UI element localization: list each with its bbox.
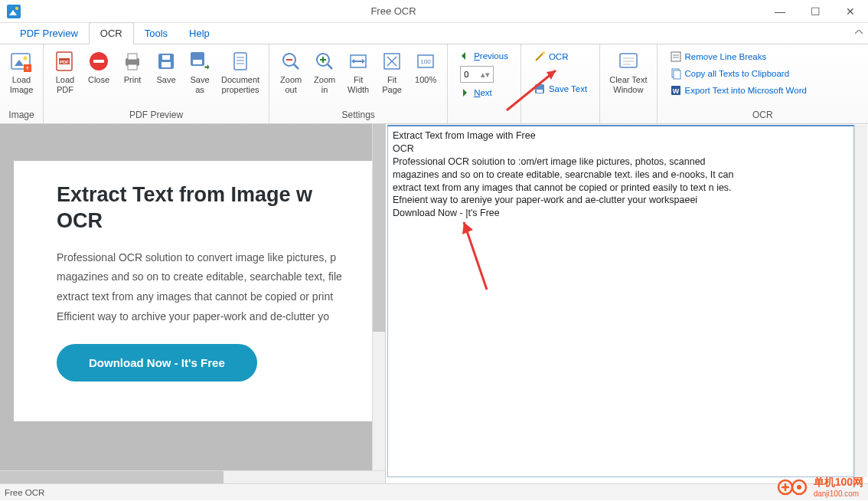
copy-all-texts-button[interactable]: Copy all Texts to Clipboard: [667, 66, 859, 81]
svg-line-29: [328, 64, 332, 69]
load-pdf-button[interactable]: PDF Load PDF: [48, 47, 82, 97]
ocr-output-text[interactable]: Extract Text from Image with Free OCR Pr…: [387, 125, 854, 477]
app-icon: [3, 1, 24, 22]
tab-help[interactable]: Help: [178, 23, 220, 44]
svg-rect-18: [162, 55, 170, 60]
titlebar: Free OCR — ☐ ✕: [0, 0, 868, 23]
zoom-100-icon: 100: [413, 49, 438, 74]
zoom-out-icon: [279, 49, 303, 74]
clear-text-icon: [616, 49, 641, 74]
main-split: Extract Text from Image wOCR Professiona…: [0, 124, 868, 483]
next-button[interactable]: Next: [457, 86, 511, 100]
tab-tools[interactable]: Tools: [134, 23, 178, 44]
svg-marker-35: [362, 59, 365, 64]
ocr-vscrollbar[interactable]: [854, 125, 867, 477]
previous-button[interactable]: Previous: [457, 49, 511, 63]
print-icon: [120, 49, 145, 74]
status-text: Free OCR: [5, 488, 44, 497]
svg-line-26: [294, 64, 299, 69]
ocr-button[interactable]: OCR: [530, 49, 590, 64]
save-as-button[interactable]: Save as: [183, 47, 217, 97]
svg-marker-41: [462, 52, 465, 60]
export-word-button[interactable]: W Export Text into Microsoft Word: [667, 83, 859, 98]
fit-page-icon: [380, 49, 404, 74]
zoom-out-button[interactable]: Zoom out: [274, 47, 308, 97]
close-button[interactable]: Close: [82, 47, 116, 87]
next-icon: [460, 87, 471, 98]
save-icon: [154, 49, 178, 74]
svg-point-64: [797, 485, 801, 490]
ribbon-group-label-nav: [452, 108, 516, 122]
svg-point-5: [24, 57, 28, 61]
print-button[interactable]: Print: [116, 47, 149, 87]
download-now-button[interactable]: Download Now - It's Free: [57, 344, 257, 381]
wand-icon: [534, 51, 546, 63]
tab-ocr[interactable]: OCR: [89, 22, 134, 44]
menu-bar: PDF Preview OCR Tools Help: [0, 23, 868, 44]
svg-marker-34: [351, 59, 354, 64]
preview-hscrollbar[interactable]: [0, 470, 385, 483]
svg-rect-46: [537, 90, 543, 93]
ribbon-group-clear: Clear Text Window: [600, 44, 657, 123]
svg-rect-17: [162, 62, 171, 67]
svg-point-2: [15, 7, 18, 10]
ribbon-group-label-settings: Settings: [274, 108, 442, 122]
tab-pdf-preview[interactable]: PDF Preview: [9, 23, 89, 44]
ribbon-group-settings: Zoom out Zoom in Fit Width Fit Page 100 …: [269, 44, 448, 123]
ribbon-group-label-pdf: PDF Preview: [48, 108, 264, 122]
ribbon-group-ocr: Remove Line Breaks Copy all Texts to Cli…: [658, 44, 868, 123]
svg-rect-14: [128, 54, 137, 60]
preview-viewport[interactable]: Extract Text from Image wOCR Professiona…: [0, 124, 372, 470]
load-image-button[interactable]: + Load Image: [5, 47, 38, 97]
save-as-icon: [188, 49, 212, 74]
preview-title: Extract Text from Image wOCR: [57, 182, 372, 234]
minimize-button[interactable]: —: [762, 0, 798, 23]
load-pdf-icon: PDF: [53, 49, 77, 74]
svg-text:W: W: [672, 87, 679, 95]
save-text-button[interactable]: Save Text: [530, 81, 590, 97]
svg-rect-47: [620, 54, 637, 67]
previous-icon: [460, 51, 471, 61]
preview-page: Extract Text from Image wOCR Professiona…: [14, 161, 372, 421]
save-button[interactable]: Save: [149, 47, 183, 87]
remove-line-breaks-button[interactable]: Remove Line Breaks: [667, 49, 859, 64]
close-window-button[interactable]: ✕: [833, 0, 868, 23]
svg-rect-21: [234, 53, 246, 70]
zoom-in-icon: [312, 49, 337, 74]
clear-text-window-button[interactable]: Clear Text Window: [605, 47, 651, 97]
document-properties-button[interactable]: Document properties: [217, 47, 264, 97]
ocr-output-pane: Extract Text from Image with Free OCR Pr…: [386, 124, 868, 483]
svg-point-44: [542, 51, 545, 54]
svg-text:PDF: PDF: [60, 60, 69, 64]
ribbon: + Load Image Image PDF Load PDF Close Pr…: [0, 44, 868, 124]
load-image-icon: +: [9, 49, 34, 74]
status-bar: Free OCR: [0, 483, 868, 500]
ribbon-group-label-ocr: OCR: [662, 108, 863, 122]
page-spinner[interactable]: 0▴▾: [457, 64, 511, 84]
window-controls: — ☐ ✕: [762, 0, 868, 23]
close-icon: [86, 49, 111, 74]
document-properties-icon: [228, 49, 253, 74]
svg-rect-15: [128, 64, 137, 70]
ribbon-group-ocr-actions: OCR Save Text: [521, 44, 600, 123]
collapse-ribbon-button[interactable]: [850, 21, 868, 44]
svg-rect-20: [193, 60, 202, 64]
svg-rect-12: [93, 60, 104, 63]
maximize-button[interactable]: ☐: [798, 0, 833, 23]
fit-page-button[interactable]: Fit Page: [375, 47, 409, 97]
ribbon-group-nav: Previous 0▴▾ Next: [448, 44, 521, 123]
svg-text:100: 100: [420, 58, 431, 65]
window-title: Free OCR: [24, 5, 762, 17]
svg-line-43: [536, 54, 543, 61]
ribbon-group-label-ocr-actions: [526, 108, 595, 122]
export-word-icon: W: [670, 84, 682, 97]
ribbon-group-pdf-preview: PDF Load PDF Close Print Save Save as: [44, 44, 269, 123]
preview-vscrollbar[interactable]: [372, 124, 385, 470]
ribbon-group-label-clear: [605, 108, 651, 122]
zoom-in-button[interactable]: Zoom in: [308, 47, 341, 97]
fit-width-button[interactable]: Fit Width: [341, 47, 375, 97]
zoom-100-button[interactable]: 100 100%: [409, 47, 442, 87]
svg-rect-51: [671, 52, 680, 61]
ribbon-group-image: + Load Image Image: [0, 44, 44, 123]
svg-rect-55: [674, 70, 680, 79]
